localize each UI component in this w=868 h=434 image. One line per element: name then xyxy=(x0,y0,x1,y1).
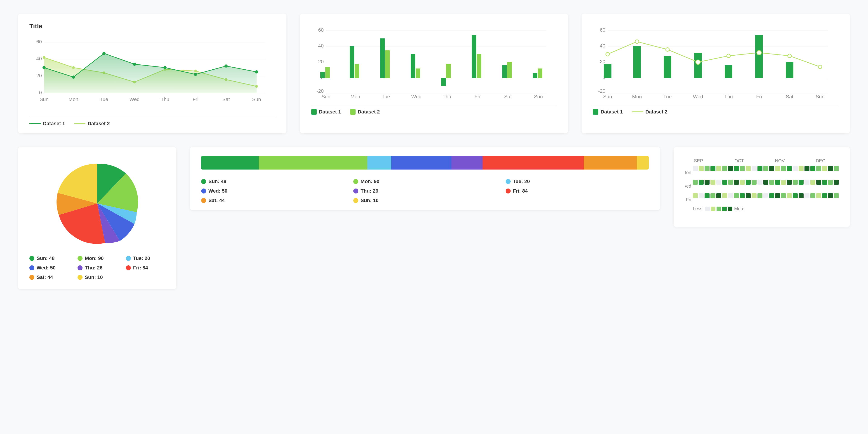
bar xyxy=(604,64,612,78)
legend-label: Mon: 90 xyxy=(85,255,103,261)
bar xyxy=(507,62,512,78)
legend-dot xyxy=(126,256,131,261)
heatmap-cell xyxy=(752,180,756,185)
line-chart-1: Title 60 40 20 0 xyxy=(18,13,286,133)
legend-fri: Fri: 84 xyxy=(506,188,649,194)
dot xyxy=(72,75,75,79)
heatmap-cell xyxy=(693,166,698,171)
heatmap-cell xyxy=(693,193,698,198)
legend-dot xyxy=(353,179,358,184)
combo-chart-area: 60 40 20 0 -20 xyxy=(593,23,839,100)
heatmap-cell xyxy=(816,193,821,198)
heatmap-cell xyxy=(734,180,739,185)
svg-text:Mon: Mon xyxy=(632,94,642,99)
heatmap-cell xyxy=(722,180,727,185)
heatmap-cell xyxy=(810,180,815,185)
svg-text:60: 60 xyxy=(36,39,42,44)
heatmap-cell xyxy=(775,180,780,185)
combo-dot xyxy=(757,51,761,55)
heatmap-cell xyxy=(781,180,786,185)
stacked-segment-fri xyxy=(483,156,584,169)
legend-dot xyxy=(29,275,34,280)
bar xyxy=(325,67,330,78)
stacked-segment-mon xyxy=(259,156,367,169)
legend-line-1 xyxy=(29,123,41,124)
bar xyxy=(385,51,390,78)
combo-dot xyxy=(635,40,639,43)
legend-label: Sat: 44 xyxy=(37,274,53,280)
legend-tue: Tue: 20 xyxy=(506,179,649,184)
heatmap-cell xyxy=(746,166,751,171)
combo-dot xyxy=(788,54,792,58)
legend-label-2: Dataset 2 xyxy=(88,121,110,127)
heatmap-cell xyxy=(769,166,774,171)
legend-sun: Sun: 48 xyxy=(29,255,68,261)
heatmap-cell xyxy=(799,180,804,185)
chart-1-title: Title xyxy=(29,23,275,30)
legend-dot xyxy=(29,256,34,261)
legend-label: Thu: 26 xyxy=(361,188,378,194)
heatmap-cell xyxy=(710,180,715,185)
heatmap-cell xyxy=(775,166,780,171)
heatmap-cell xyxy=(705,166,710,171)
legend-dot xyxy=(78,275,83,280)
svg-text:Sun: Sun xyxy=(816,94,825,99)
heatmap-cell xyxy=(716,166,721,171)
heatmap-cell xyxy=(716,193,721,198)
stacked-segment-tue xyxy=(367,156,391,169)
dot xyxy=(102,52,105,55)
legend-dataset1: Dataset 1 xyxy=(29,121,65,127)
heatmap-cell xyxy=(793,193,798,198)
dot xyxy=(255,70,258,73)
svg-text:Sun: Sun xyxy=(39,96,49,102)
svg-text:Less: Less xyxy=(693,206,702,211)
bar xyxy=(664,56,671,78)
combo-chart: 60 40 20 0 -20 xyxy=(582,13,850,133)
svg-text:60: 60 xyxy=(318,27,323,33)
svg-text:NOV: NOV xyxy=(775,158,785,163)
heatmap-cell xyxy=(757,166,763,171)
svg-text:Fri: Fri xyxy=(686,197,691,202)
heatmap-cell xyxy=(787,180,792,185)
legend-dot xyxy=(78,256,83,261)
heatmap-cell xyxy=(816,180,821,185)
heatmap-cell xyxy=(740,193,745,198)
legend-sun2: Sun: 10 xyxy=(353,197,496,204)
dashboard: Title 60 40 20 0 xyxy=(0,0,868,434)
bar xyxy=(477,54,481,78)
heatmap-cell xyxy=(728,166,733,171)
svg-text:20: 20 xyxy=(36,73,42,79)
heatmap-cell xyxy=(822,180,827,185)
svg-text:40: 40 xyxy=(600,43,605,49)
svg-text:Mon: Mon xyxy=(69,96,79,102)
dot xyxy=(133,63,136,66)
stacked-segment-wed xyxy=(391,156,452,169)
pie-legend: Sun: 48 Mon: 90 Tue: 20 Wed: 50 Thu: 26 xyxy=(29,255,165,280)
heatmap-cell xyxy=(752,193,756,198)
heatmap-cell xyxy=(763,193,768,198)
combo-dot xyxy=(818,65,822,69)
legend-label: Mon: 90 xyxy=(361,179,379,184)
bar xyxy=(441,78,446,86)
legend-label-1: Dataset 1 xyxy=(43,121,65,127)
bar xyxy=(350,46,354,78)
heatmap-cell xyxy=(763,166,768,171)
combo-chart-legend: Dataset 1 Dataset 2 xyxy=(593,105,839,115)
bar xyxy=(786,62,794,78)
heatmap-cell xyxy=(799,166,804,171)
bar xyxy=(472,35,476,78)
legend-label-1: Dataset 1 xyxy=(319,109,341,115)
heatmap-cell xyxy=(787,166,792,171)
heatmap-cell xyxy=(699,166,704,171)
dot xyxy=(42,66,46,69)
legend-dot xyxy=(201,198,206,203)
heatmap-cell xyxy=(722,166,727,171)
legend-label: Tue: 20 xyxy=(513,179,530,184)
legend-dataset1: Dataset 1 xyxy=(593,109,623,115)
bar xyxy=(320,72,325,78)
heatmap-cell xyxy=(705,193,710,198)
heatmap-container: SEP OCT NOV DEC Mon Wed Fri // This won'… xyxy=(685,156,839,220)
stacked-bar-legend: Sun: 48 Mon: 90 Tue: 20 Wed: 50 Thu: 26 xyxy=(201,179,649,204)
legend-mon: Mon: 90 xyxy=(353,179,496,184)
legend-dot xyxy=(353,188,358,193)
